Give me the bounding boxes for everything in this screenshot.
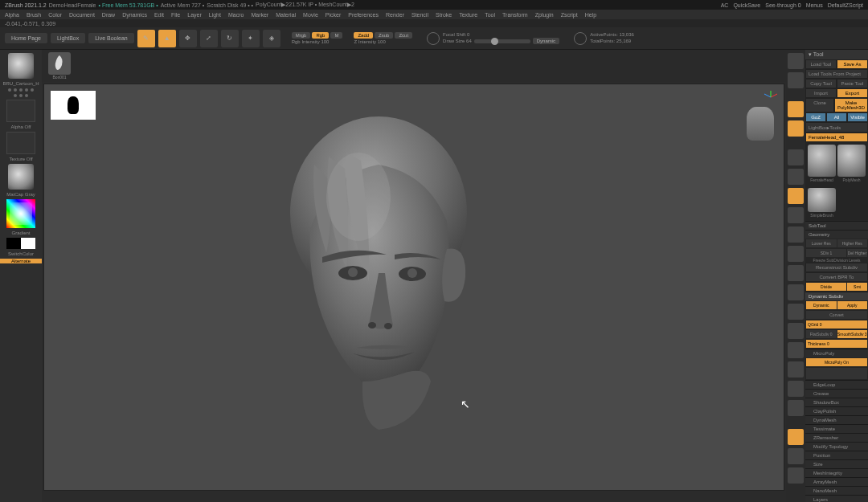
import-button[interactable]: Import [805,88,837,98]
menu-layer[interactable]: Layer [187,12,202,18]
tool-preview-2[interactable] [837,145,866,177]
goz-all-button[interactable]: All [826,112,847,122]
section-arraymesh[interactable]: ArrayMesh [805,477,868,486]
nav-axis-icon[interactable] [764,91,777,104]
sculpt-mesh[interactable] [266,108,491,430]
convert-button[interactable]: Convert [806,311,867,319]
micropoly-slot[interactable] [806,368,867,379]
dynamic-persp-icon[interactable] [788,188,804,204]
menu-document[interactable]: Document [69,12,95,18]
section-edgeloop[interactable]: EdgeLoop [805,380,868,389]
lightbox-button[interactable]: LightBox [51,33,85,43]
divide-button[interactable]: Divide [806,283,846,291]
stroke-preview[interactable] [6,100,35,122]
menu-material[interactable]: Material [276,12,296,18]
cam-icon[interactable] [788,448,804,464]
viewport-canvas[interactable]: ↖ [43,84,784,491]
geometry-section[interactable]: Geometry [805,230,868,239]
qgrid-slider[interactable]: QGrid 0 [806,320,867,329]
apply-button[interactable]: Apply [837,301,868,309]
menu-movie[interactable]: Movie [303,12,318,18]
y-icon[interactable] [788,284,804,300]
record-icon[interactable] [788,467,804,484]
move-mode-icon[interactable]: ✥ [179,30,197,47]
xpose-icon[interactable] [788,400,804,416]
smt-toggle[interactable]: Smt [847,283,867,291]
polyframe-icon[interactable] [788,323,804,339]
brush-alt-preview[interactable] [48,52,71,75]
material-preview[interactable] [8,164,34,190]
section-claypolish[interactable]: ClayPolish [805,406,868,415]
menu-texture[interactable]: Texture [459,12,477,18]
tool-header[interactable]: ▾ Tool [805,50,868,59]
alternate-button[interactable]: Alternate [0,259,42,263]
menu-alpha[interactable]: Alpha [5,12,19,18]
menu-zscript[interactable]: Zscript [561,12,578,18]
make-polymesh-button[interactable]: Make PolyMesh3D [834,98,868,112]
rgb-button[interactable]: Rgb [312,32,329,39]
menu-light[interactable]: Light [209,12,221,18]
convert-bpr-button[interactable]: Convert BPR To [805,272,868,282]
brush-preview[interactable] [8,53,34,79]
edit-mode-icon[interactable]: ✎ [137,30,155,47]
micropoly-on-button[interactable]: MicroPoly On [806,358,867,366]
zcut-button[interactable]: Zcut [395,32,412,39]
frame-icon[interactable] [788,169,804,185]
z-intensity[interactable]: Z Intensity 100 [354,39,412,44]
gizmo-icon[interactable]: ✦ [242,30,260,47]
export-button[interactable]: Export [837,88,868,98]
goz-button[interactable]: GoZ [805,112,826,122]
zadd-button[interactable]: Zadd [354,32,373,39]
aahalf-icon[interactable] [788,246,804,262]
home-page-button[interactable]: Home Page [5,33,47,43]
focal-shift-label[interactable]: Focal Shift 0 [443,32,559,37]
document-thumbnail[interactable] [51,91,96,120]
thickness-slider[interactable]: Thickness 0 [806,340,867,348]
draw-mode-icon[interactable]: ▲ [158,30,176,47]
default-zscript[interactable]: DefaultZScript [828,2,863,8]
zoom-icon[interactable] [788,207,804,223]
lower-res-button[interactable]: Lower Res [806,239,837,247]
rotate-mode-icon[interactable]: ↻ [221,30,239,47]
menu-stroke[interactable]: Stroke [436,12,452,18]
tool-preview-1[interactable] [808,145,836,177]
zsub-button[interactable]: Zsub [375,32,393,39]
menu-render[interactable]: Render [386,12,404,18]
local-icon[interactable] [788,149,804,165]
alpha-slot[interactable] [6,132,35,154]
scale-mode-icon[interactable]: ⤢ [200,30,218,47]
copy-tool-button[interactable]: Copy Tool [805,79,837,88]
menu-help[interactable]: Help [585,12,596,18]
rgb-intensity[interactable]: Rgb Intensity 100 [292,39,343,44]
bpr-icon[interactable] [788,53,804,69]
section-zremesher[interactable]: ZRemesher [805,433,868,442]
higher-res-button[interactable]: Higher Res [837,239,868,247]
solo-icon[interactable] [788,381,804,397]
texture-off-label[interactable]: Texture Off [9,157,32,161]
gradient-label[interactable]: Gradient [11,231,30,235]
lightbox-tools-button[interactable]: LightBox▸Tools [805,122,868,133]
color-picker[interactable] [6,199,35,228]
section-meshintegrity[interactable]: MeshIntegrity [805,468,868,477]
del-higher-button[interactable]: Del Higher [847,249,867,257]
stroke-dots[interactable] [6,88,35,97]
reconstruct-button[interactable]: Reconstruct Subdiv [805,263,868,272]
menu-tool[interactable]: Tool [485,12,495,18]
save-as-button[interactable]: Save As [837,59,868,69]
draw-size-slider[interactable] [474,39,530,43]
menu-transform[interactable]: Transform [502,12,528,18]
menu-file[interactable]: File [171,12,180,18]
menu-draw[interactable]: Draw [102,12,115,18]
ghost-icon[interactable] [788,361,804,378]
menu-preferences[interactable]: Preferences [348,12,379,18]
menu-edit[interactable]: Edit [154,12,164,18]
tool-name-field[interactable]: FemaleHead_48 [805,133,868,142]
dynamic-button[interactable]: Dynamic [533,38,559,44]
section-crease[interactable]: Crease [805,389,868,398]
menu-marker[interactable]: Marker [251,12,268,18]
perspective-icon[interactable] [788,101,804,117]
spr-icon[interactable] [788,72,804,88]
mrgb-button[interactable]: Mrgb [292,32,311,39]
actual-icon[interactable] [788,227,804,243]
section-dynamesh[interactable]: DynaMesh [805,415,868,424]
